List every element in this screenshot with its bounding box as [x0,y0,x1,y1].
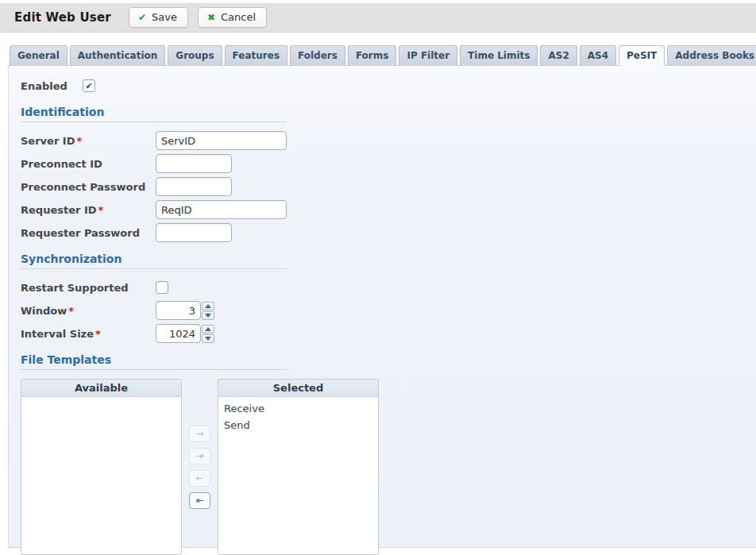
interval-size-row: Interval Size* [21,324,756,343]
tab-features[interactable]: Features [225,45,287,66]
move-all-left-button[interactable]: ⇤ [189,492,210,509]
pesit-tab-panel: Enabled ✔ Identification Server ID* Prec… [8,65,756,548]
transfer-buttons-column: → ⇥ ← ⇤ [182,379,218,555]
preconnect-password-input[interactable] [156,177,232,196]
arrow-up-icon [205,327,211,331]
tab-groups[interactable]: Groups [168,45,222,66]
requester-id-input[interactable] [156,200,287,219]
selected-list-items: Receive Send [218,397,378,437]
restart-supported-row: Restart Supported [21,278,756,297]
check-icon: ✔ [138,13,146,22]
interval-size-input[interactable] [156,324,201,343]
available-listbox-header: Available [21,380,181,397]
tab-general[interactable]: General [10,45,68,66]
available-listbox[interactable]: Available [21,379,182,555]
required-asterisk: * [76,135,82,147]
spin-down-button[interactable] [202,311,214,320]
preconnect-password-label: Preconnect Password [21,181,156,193]
tab-address-books[interactable]: Address Books [667,45,756,66]
x-icon: ✖ [207,13,215,22]
cancel-button-label: Cancel [221,11,256,23]
interval-size-spinner [156,324,214,343]
requester-password-label: Requester Password [21,227,156,239]
preconnect-id-label: Preconnect ID [21,158,156,170]
preconnect-id-input[interactable] [156,154,232,173]
move-all-right-button[interactable]: ⇥ [189,448,210,464]
spin-down-button[interactable] [202,334,214,343]
tab-folders[interactable]: Folders [290,45,345,66]
synchronization-heading: Synchronization [21,252,287,269]
tab-as4[interactable]: AS4 [580,45,616,66]
spin-up-button[interactable] [202,325,214,333]
window-input[interactable] [156,301,201,320]
required-asterisk: * [95,328,101,340]
window-spinner [156,301,214,320]
enabled-label: Enabled [21,80,83,92]
available-list-items [21,397,181,403]
arrow-up-icon [205,304,211,308]
server-id-row: Server ID* [21,131,756,150]
window-row: Window* [21,301,756,320]
tab-time-limits[interactable]: Time Limits [460,45,538,66]
save-button-label: Save [152,11,177,23]
requester-id-row: Requester ID* [21,200,756,219]
tab-forms[interactable]: Forms [348,45,397,66]
cancel-button[interactable]: ✖ Cancel [198,7,267,28]
move-right-button[interactable]: → [189,426,210,442]
tab-pesit[interactable]: PeSIT [619,45,665,66]
arrow-down-icon [205,337,211,341]
required-asterisk: * [68,305,74,317]
required-asterisk: * [98,204,104,216]
server-id-input[interactable] [156,131,287,150]
preconnect-password-row: Preconnect Password [21,177,756,196]
save-button[interactable]: ✔ Save [129,7,188,28]
list-item[interactable]: Receive [218,400,378,417]
checkmark-icon: ✔ [85,81,92,91]
tab-authentication[interactable]: Authentication [70,45,166,66]
file-templates-duallist: Available → ⇥ ← ⇤ Selected Receive Send [21,379,756,555]
action-bar: Edit Web User ✔ Save ✖ Cancel [0,3,756,33]
selected-listbox[interactable]: Selected Receive Send [218,379,379,555]
tab-as2[interactable]: AS2 [540,45,577,66]
requester-password-input[interactable] [156,223,232,242]
window-label: Window* [21,305,156,317]
enabled-field-row: Enabled ✔ [21,76,756,95]
preconnect-id-row: Preconnect ID [21,154,756,173]
restart-supported-checkbox[interactable] [156,281,168,294]
identification-heading: Identification [21,106,287,122]
list-item[interactable]: Send [218,417,378,434]
file-templates-heading: File Templates [21,353,287,370]
selected-listbox-header: Selected [218,380,378,397]
enabled-checkbox[interactable]: ✔ [83,79,95,92]
arrow-down-icon [205,314,211,318]
requester-id-label: Requester ID* [21,204,156,216]
tab-bar: General Authentication Groups Features F… [10,44,756,65]
restart-supported-label: Restart Supported [21,282,156,294]
interval-size-label: Interval Size* [21,328,156,340]
page-title: Edit Web User [14,10,111,25]
move-left-button[interactable]: ← [189,470,210,487]
server-id-label: Server ID* [21,135,156,147]
spin-up-button[interactable] [202,302,214,310]
tab-ip-filter[interactable]: IP Filter [399,45,457,66]
requester-password-row: Requester Password [21,223,756,242]
